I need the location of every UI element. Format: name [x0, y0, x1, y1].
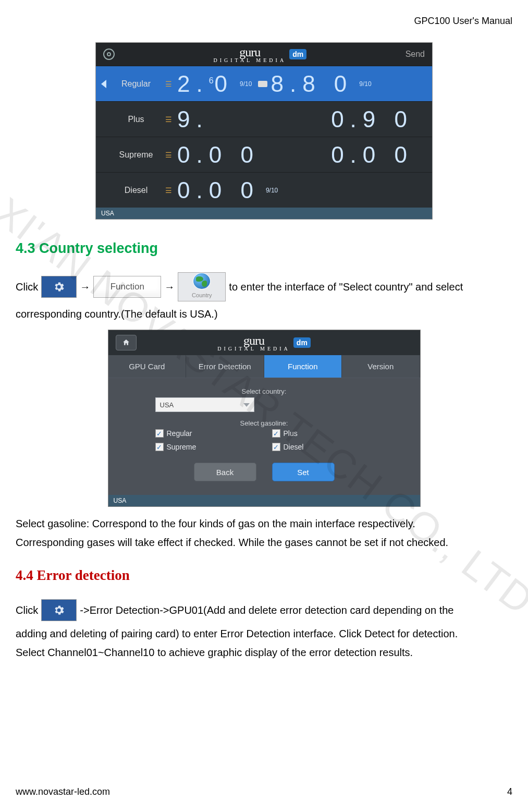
row-label: Supreme: [113, 150, 159, 160]
coin-icon: ☰: [163, 115, 174, 124]
check-icon: ✓: [155, 443, 164, 451]
settings-icon-inline: [41, 276, 77, 298]
text: Corresponding gases will take effect if …: [16, 533, 512, 552]
checkbox-supreme[interactable]: ✓Supreme: [155, 443, 256, 451]
page-number: 4: [507, 786, 512, 797]
tab-error-detection[interactable]: Error Detection: [186, 355, 264, 378]
checkbox-regular[interactable]: ✓Regular: [155, 429, 256, 438]
select-gasoline-label: Select gasoline:: [155, 419, 373, 427]
arrow-left-icon: [101, 80, 106, 88]
text: Select gasoline: Correspond to the four …: [16, 514, 512, 533]
set-button[interactable]: Set: [272, 463, 335, 481]
card-price: 0.9 0: [331, 106, 413, 132]
row-label: Regular: [113, 79, 159, 89]
check-icon: ✓: [272, 429, 280, 438]
check-icon: ✓: [155, 429, 164, 438]
page-header: GPC100 User's Manual: [16, 16, 512, 27]
status-footer: USA: [108, 495, 420, 506]
brand-logo: guru DIGITAL MEDIA: [213, 45, 286, 63]
function-tab-inline: Function: [93, 276, 161, 298]
text: Click: [16, 601, 38, 620]
fraction: 9/10: [266, 187, 278, 194]
text: corresponding country.(The default is US…: [16, 305, 512, 323]
tab-gpu-card[interactable]: GPU Card: [108, 355, 187, 378]
chevron-down-icon: [243, 403, 250, 407]
brand-dm-badge: dm: [289, 49, 306, 59]
text: Click: [16, 277, 38, 296]
price-row-plus[interactable]: Plus ☰ 9. 0.9 0: [96, 101, 432, 137]
send-button[interactable]: Send: [406, 50, 425, 59]
cash-price: 2.60: [177, 71, 234, 97]
dropdown-value: USA: [160, 401, 174, 409]
arrow-text: →: [164, 277, 175, 296]
price-row-regular[interactable]: Regular ☰ 2.60 9/10 8.8 0 9/10: [96, 66, 432, 101]
globe-icon: [193, 273, 211, 289]
select-country-label: Select country:: [155, 387, 373, 395]
cash-price: 0.0 0: [177, 142, 260, 168]
brand-logo: guru DIGITAL MEDIA: [217, 334, 290, 352]
check-icon: ✓: [272, 443, 280, 451]
row-label: Plus: [113, 115, 159, 124]
tab-function[interactable]: Function: [264, 355, 342, 378]
status-footer: USA: [96, 208, 432, 219]
price-row-diesel[interactable]: Diesel ☰ 0.0 0 9/10: [96, 172, 432, 208]
checkbox-plus[interactable]: ✓Plus: [272, 429, 373, 438]
price-row-supreme[interactable]: Supreme ☰ 0.0 0 0.0 0: [96, 137, 432, 172]
section-43-title: 4.3 Country selecting: [16, 240, 512, 257]
back-button[interactable]: Back: [194, 463, 256, 481]
card-price: 0.0 0: [331, 142, 413, 168]
card-price: 8.8 0: [271, 71, 353, 97]
tab-version[interactable]: Version: [342, 355, 420, 378]
arrow-text: →: [80, 277, 90, 296]
home-button[interactable]: [116, 335, 137, 350]
card-icon: [258, 81, 267, 87]
settings-icon-inline: [41, 599, 77, 621]
section-44-title: 4.4 Error detection: [16, 567, 512, 584]
coin-icon: ☰: [163, 151, 174, 159]
fraction: 9/10: [240, 80, 252, 88]
text: to enter the interface of "Select countr…: [229, 277, 463, 296]
cash-price: 0.0 0: [177, 177, 260, 203]
function-screen-screenshot: guru DIGITAL MEDIA dm GPU Card Error Det…: [108, 330, 421, 507]
text: ->Error Detection->GPU01(Add and delete …: [80, 601, 453, 620]
text: Select Channel01~Channel10 to achieve gr…: [16, 643, 512, 662]
fraction: 9/10: [359, 80, 371, 88]
footer-url: www.novastar-led.com: [16, 786, 110, 797]
cash-price: 9.: [177, 106, 209, 132]
coin-icon: ☰: [163, 80, 174, 88]
brand-dm-badge: dm: [293, 337, 311, 348]
country-icon-inline: Country: [178, 272, 226, 301]
gear-icon[interactable]: [103, 49, 115, 60]
checkbox-diesel[interactable]: ✓Diesel: [272, 443, 373, 451]
coin-icon: ☰: [163, 186, 174, 195]
text: adding and deleting of pairing card) to …: [16, 624, 512, 643]
country-dropdown[interactable]: USA: [155, 397, 254, 412]
row-label: Diesel: [113, 186, 159, 195]
price-board-screenshot: guru DIGITAL MEDIA dm Send Regular ☰ 2.6…: [95, 42, 433, 220]
tab-bar: GPU Card Error Detection Function Versio…: [108, 355, 420, 378]
